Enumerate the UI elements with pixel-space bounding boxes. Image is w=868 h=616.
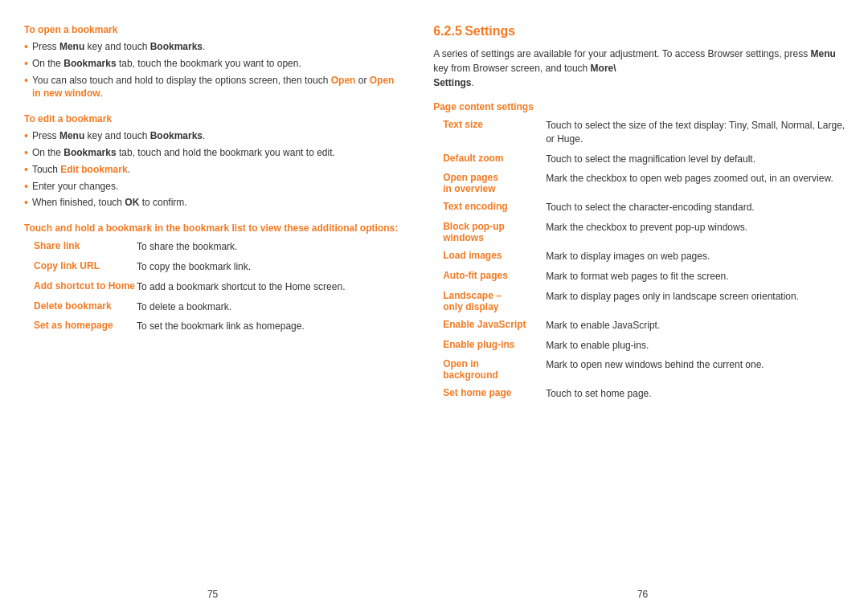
settings-item: Open pagesin overview Mark the checkbox …: [433, 172, 852, 194]
settings-label: Block pop-upwindows: [433, 221, 546, 243]
settings-label: Landscape –only display: [433, 290, 546, 312]
settings-item: Landscape –only display Mark to display …: [433, 290, 852, 312]
item-label: Add shortcut to Home: [24, 280, 137, 292]
touch-hold-title: Touch and hold a bookmark in the bookmar…: [24, 222, 401, 234]
settings-item: Text size Touch to select the size of th…: [433, 119, 852, 146]
list-item: Copy link URL To copy the bookmark link.: [24, 260, 401, 274]
settings-desc: Touch to select the magnification level …: [546, 153, 852, 166]
bullet-text: You can also touch and hold to display t…: [32, 74, 401, 101]
settings-desc: Mark the checkbox to open web pages zoom…: [546, 172, 852, 186]
settings-desc: Mark to enable JavaScript.: [546, 319, 852, 332]
left-page-number: 75: [24, 589, 401, 600]
list-item: • When finished, touch OK to confirm.: [24, 196, 401, 210]
item-desc: To copy the bookmark link.: [137, 260, 401, 274]
settings-label: Open pagesin overview: [433, 172, 546, 194]
settings-label: Text encoding: [433, 201, 546, 212]
bullet-text: Enter your changes.: [32, 180, 401, 194]
settings-desc: Mark to enable plug-ins.: [546, 339, 852, 353]
settings-label: Set home page: [433, 387, 546, 398]
settings-desc: Mark to display images on web pages.: [546, 250, 852, 263]
open-bookmark-title: To open a bookmark: [24, 24, 401, 35]
settings-item: Set home page Touch to set home page.: [433, 387, 852, 401]
settings-intro: A series of settings are available for y…: [433, 47, 852, 90]
page-content-settings-title: Page content settings: [433, 101, 852, 112]
item-desc: To share the bookmark.: [137, 240, 401, 254]
settings-desc: Mark to format web pages to fit the scre…: [546, 270, 852, 284]
edit-bookmark-title: To edit a bookmark: [24, 113, 401, 124]
settings-item: Auto-fit pages Mark to format web pages …: [433, 270, 852, 284]
list-item: Share link To share the bookmark.: [24, 240, 401, 254]
item-desc: To set the bookmark link as homepage.: [137, 320, 401, 333]
item-label: Share link: [24, 240, 137, 251]
list-item: • Press Menu key and touch Bookmarks.: [24, 40, 401, 54]
settings-desc: Mark the checkbox to prevent pop-up wind…: [546, 221, 852, 235]
right-page-number: 76: [433, 589, 852, 600]
settings-desc: Touch to select the character-encoding s…: [546, 201, 852, 214]
list-item: • Enter your changes.: [24, 180, 401, 194]
bullet-icon: •: [24, 146, 28, 160]
settings-desc: Mark to display pages only in landscape …: [546, 290, 852, 304]
settings-label: Text size: [433, 119, 546, 130]
settings-label: Auto-fit pages: [433, 270, 546, 281]
item-desc: To add a bookmark shortcut to the Home s…: [137, 280, 401, 294]
list-item: • On the Bookmarks tab, touch the bookma…: [24, 57, 401, 71]
settings-item: Open inbackground Mark to open new windo…: [433, 358, 852, 381]
chapter-name: Settings: [465, 24, 515, 38]
settings-desc: Touch to set home page.: [546, 387, 852, 401]
settings-item: Block pop-upwindows Mark the checkbox to…: [433, 221, 852, 243]
page-content-settings-section: Page content settings Text size Touch to…: [433, 98, 852, 407]
settings-label: Default zoom: [433, 153, 546, 164]
open-bookmark-list: • Press Menu key and touch Bookmarks. • …: [24, 40, 401, 100]
bullet-icon: •: [24, 57, 28, 71]
settings-label: Load images: [433, 250, 546, 261]
settings-item: Load images Mark to display images on we…: [433, 250, 852, 263]
settings-item: Enable plug-ins Mark to enable plug-ins.: [433, 339, 852, 353]
settings-label: Enable plug-ins: [433, 339, 546, 350]
bullet-text: When finished, touch OK to confirm.: [32, 196, 401, 210]
bullet-icon: •: [24, 74, 28, 88]
edit-bookmark-list: • Press Menu key and touch Bookmarks. • …: [24, 129, 401, 210]
item-desc: To delete a bookmark.: [137, 300, 401, 314]
list-item: Add shortcut to Home To add a bookmark s…: [24, 280, 401, 294]
edit-bookmark-section: To edit a bookmark • Press Menu key and …: [24, 113, 401, 218]
settings-item: Text encoding Touch to select the charac…: [433, 201, 852, 214]
list-item: Set as homepage To set the bookmark link…: [24, 320, 401, 333]
list-item: Delete bookmark To delete a bookmark.: [24, 300, 401, 314]
settings-label: Enable JavaScript: [433, 319, 546, 330]
bullet-text: On the Bookmarks tab, touch the bookmark…: [32, 57, 401, 71]
item-label: Copy link URL: [24, 260, 137, 271]
bullet-icon: •: [24, 163, 28, 177]
chapter-title: 6.2.5 Settings: [433, 24, 852, 39]
open-bookmark-section: To open a bookmark • Press Menu key and …: [24, 24, 401, 108]
bullet-icon: •: [24, 129, 28, 143]
list-item: • Touch Edit bookmark.: [24, 163, 401, 177]
settings-label: Open inbackground: [433, 358, 546, 381]
settings-item: Default zoom Touch to select the magnifi…: [433, 153, 852, 166]
item-label: Set as homepage: [24, 320, 137, 331]
settings-desc: Touch to select the size of the text dis…: [546, 119, 852, 146]
bullet-text: Press Menu key and touch Bookmarks.: [32, 129, 401, 143]
bullet-text: On the Bookmarks tab, touch and hold the…: [32, 146, 401, 160]
item-label: Delete bookmark: [24, 300, 137, 312]
bullet-icon: •: [24, 180, 28, 194]
settings-item: Enable JavaScript Mark to enable JavaScr…: [433, 319, 852, 332]
bullet-text: Press Menu key and touch Bookmarks.: [32, 40, 401, 54]
list-item: • On the Bookmarks tab, touch and hold t…: [24, 146, 401, 160]
bullet-text: Touch Edit bookmark.: [32, 163, 401, 177]
touch-hold-section: Touch and hold a bookmark in the bookmar…: [24, 222, 401, 340]
chapter-number: 6.2.5: [433, 24, 462, 38]
bullet-icon: •: [24, 196, 28, 210]
bullet-icon: •: [24, 40, 28, 54]
settings-desc: Mark to open new windows behind the curr…: [546, 358, 852, 372]
list-item: • You can also touch and hold to display…: [24, 74, 401, 101]
list-item: • Press Menu key and touch Bookmarks.: [24, 129, 401, 143]
